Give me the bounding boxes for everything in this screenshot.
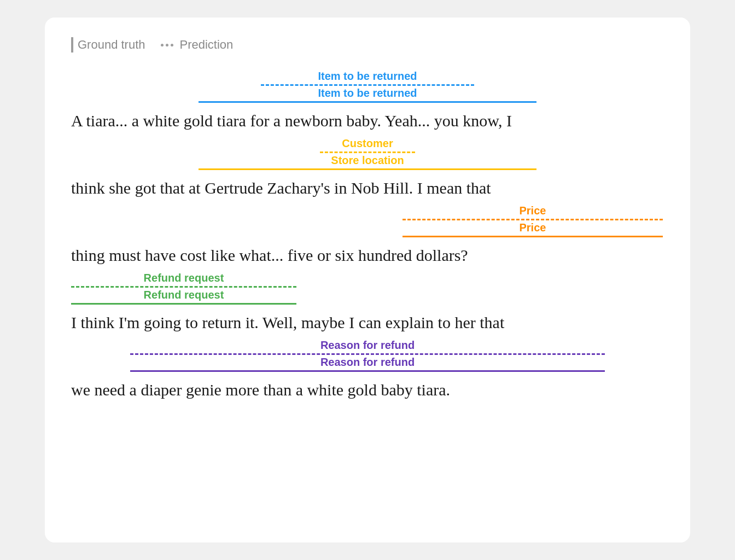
item-returned-dashed-label: Item to be returned — [318, 70, 417, 83]
text-line-3: thing must have cost like what... five o… — [71, 243, 664, 267]
legend-ground-truth: Ground truth — [71, 37, 145, 52]
legend-prediction-label: Prediction — [180, 38, 234, 52]
section-refund-request: Refund request Refund request I think I'… — [71, 272, 664, 335]
prediction-dots-icon — [161, 44, 173, 46]
text-line-5: we need a diaper genie more than a white… — [71, 377, 664, 402]
store-location-solid-label: Store location — [331, 154, 404, 167]
legend-prediction: Prediction — [161, 38, 234, 52]
ground-truth-line-icon — [71, 37, 73, 52]
reason-refund-dashed-label: Reason for refund — [320, 339, 415, 352]
text-line-4: I think I'm going to return it. Well, ma… — [71, 310, 664, 335]
section-reason-refund: Reason for refund Reason for refund we n… — [71, 339, 664, 402]
text-line-1: A tiara... a white gold tiara for a newb… — [71, 108, 664, 133]
refund-request-solid-label: Refund request — [144, 289, 224, 301]
reason-refund-solid-label: Reason for refund — [320, 356, 415, 369]
legend-ground-truth-label: Ground truth — [78, 38, 145, 52]
refund-request-dashed-label: Refund request — [144, 272, 224, 284]
price-dashed-label: Price — [519, 205, 546, 217]
price-solid-label: Price — [519, 221, 546, 234]
customer-dashed-label: Customer — [342, 137, 393, 150]
section-customer: Customer Store location think she got th… — [71, 137, 664, 200]
content-area: Item to be returned Item to be returned … — [71, 70, 664, 402]
item-returned-solid-label: Item to be returned — [318, 87, 417, 100]
legend: Ground truth Prediction — [71, 37, 664, 52]
main-card: Ground truth Prediction Item to be retur… — [45, 18, 690, 542]
section-price: Price Price thing must have cost like wh… — [71, 205, 664, 267]
text-line-2: think she got that at Gertrude Zachary's… — [71, 176, 664, 200]
section-item-returned: Item to be returned Item to be returned … — [71, 70, 664, 133]
